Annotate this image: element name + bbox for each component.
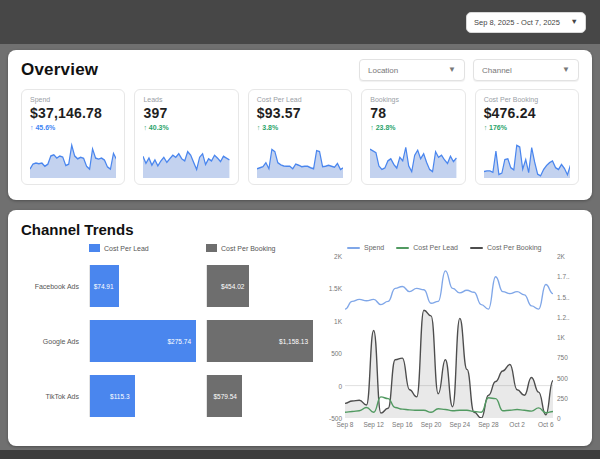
bar-track: $579.54: [206, 375, 313, 417]
bar-track: $1,158.13: [206, 320, 313, 362]
spend-sparkline-chart: [30, 136, 116, 178]
kpi-delta-badge: ↑ 40.3%: [143, 124, 229, 131]
location-dropdown-label: Location: [368, 66, 398, 75]
cost-per-booking-area: [345, 310, 553, 418]
line-chart-plot-area: 2K1.5K1K5000-500 2K1.7..1.5..1.2..1K7505…: [325, 256, 579, 418]
axis-tick-label: 0: [557, 415, 561, 422]
cost-per-booking-sparkline-chart: [484, 136, 570, 178]
axis-tick-label: Sep 28: [478, 421, 499, 428]
kpi-label: Spend: [30, 96, 116, 103]
category-label-google-ads: Google Ads: [21, 338, 79, 345]
kpi-value: $93.57: [257, 105, 343, 121]
bar-cost-per-booking-tiktok[interactable]: $579.54: [207, 375, 242, 417]
page-title: Overview: [21, 60, 98, 80]
bar-value-label: $454.02: [221, 283, 250, 290]
bar-track: $115.3: [89, 375, 196, 417]
axis-tick-label: 1K: [334, 317, 342, 324]
legend-swatch: [89, 244, 100, 252]
overview-section: Overview Location ▼ Channel ▼ Spend $37,…: [8, 50, 592, 200]
axis-tick-label: 1.7..: [557, 273, 570, 280]
kpi-card-row: Spend $37,146.78 ↑ 45.6% Leads 397 ↑ 40.…: [21, 89, 579, 185]
timeseries-chart: [345, 256, 553, 418]
category-label-tiktok-ads: TikTok Ads: [21, 393, 79, 400]
axis-tick-label: 500: [557, 374, 568, 381]
kpi-card-spend: Spend $37,146.78 ↑ 45.6%: [21, 89, 125, 185]
channel-dropdown-label: Channel: [482, 66, 512, 75]
kpi-card-bookings: Bookings 78 ↑ 23.8%: [361, 89, 465, 185]
axis-tick-label: Sep 16: [392, 421, 413, 428]
kpi-label: Cost Per Booking: [484, 96, 570, 103]
bar-value-label: $579.54: [213, 393, 242, 400]
kpi-value: $37,146.78: [30, 105, 116, 121]
legend-label: Cost Per Lead: [413, 244, 458, 251]
legend-label: Cost Per Booking: [487, 244, 541, 251]
axis-tick-label: 1.5..: [557, 293, 570, 300]
axis-tick-label: 2K: [557, 253, 565, 260]
bar-chart-grid: Cost Per Lead Cost Per Booking Facebook …: [21, 244, 313, 417]
kpi-card-leads: Leads 397 ↑ 40.3%: [134, 89, 238, 185]
legend-swatch: [347, 247, 360, 249]
legend-label: Spend: [364, 244, 384, 251]
legend-cost-per-lead: Cost Per Lead: [396, 244, 458, 251]
top-bar: Sep 8, 2025 - Oct 7, 2025 ▼: [0, 0, 600, 44]
bar-value-label: $1,158.13: [279, 338, 313, 345]
legend-swatch: [206, 244, 217, 252]
channel-dropdown[interactable]: Channel ▼: [473, 59, 579, 81]
kpi-delta-badge: ↑ 23.8%: [370, 124, 456, 131]
axis-tick-label: Sep 8: [337, 421, 354, 428]
axis-tick-label: 750: [557, 354, 568, 361]
bar-value-label: $115.3: [110, 393, 134, 400]
chevron-down-icon: ▼: [571, 18, 578, 26]
date-range-label: Sep 8, 2025 - Oct 7, 2025: [474, 18, 560, 27]
kpi-label: Leads: [143, 96, 229, 103]
axis-tick-label: Sep 24: [449, 421, 470, 428]
bar-cost-per-booking-facebook[interactable]: $454.02: [207, 265, 249, 307]
overview-filters: Location ▼ Channel ▼: [359, 59, 579, 81]
kpi-card-cost-per-booking: Cost Per Booking $476.24 ↑ 176%: [475, 89, 579, 185]
category-label-facebook-ads: Facebook Ads: [21, 283, 79, 290]
x-axis: Sep 8Sep 12Sep 16Sep 20Sep 24Sep 28Oct 2…: [345, 421, 553, 433]
line-chart-legend: Spend Cost Per Lead Cost Per Booking: [347, 244, 579, 251]
bar-track: $74.91: [89, 265, 196, 307]
cost-per-lead-sparkline-chart: [257, 136, 343, 178]
legend-label: Cost Per Booking: [221, 245, 275, 252]
kpi-card-cost-per-lead: Cost Per Lead $93.57 ↑ 3.8%: [248, 89, 352, 185]
bar-cost-per-lead-google[interactable]: $275.74: [90, 320, 196, 362]
bar-cost-per-lead-tiktok[interactable]: $115.3: [90, 375, 135, 417]
bar-cost-per-lead-facebook[interactable]: $74.91: [90, 265, 119, 307]
trends-line-chart: Spend Cost Per Lead Cost Per Booking 2K1…: [325, 244, 579, 433]
left-y-axis: 2K1.5K1K5000-500: [325, 256, 345, 418]
bar-cost-per-booking-google[interactable]: $1,158.13: [207, 320, 313, 362]
axis-tick-label: Oct 2: [509, 421, 525, 428]
spend-line: [345, 271, 553, 309]
legend-cost-per-lead: Cost Per Lead: [89, 244, 196, 252]
axis-tick-label: Sep 12: [363, 421, 384, 428]
axis-tick-label: 1K: [557, 334, 565, 341]
bottom-bar: [0, 450, 600, 459]
kpi-value: 78: [370, 105, 456, 121]
dashboard-page: Overview Location ▼ Channel ▼ Spend $37,…: [0, 50, 600, 446]
axis-tick-label: Oct 6: [538, 421, 554, 428]
axis-tick-label: 1.2..: [557, 313, 570, 320]
kpi-delta-badge: ↑ 45.6%: [30, 124, 116, 131]
kpi-value: 397: [143, 105, 229, 121]
overview-header: Overview Location ▼ Channel ▼: [21, 59, 579, 81]
kpi-delta-badge: ↑ 176%: [484, 124, 570, 131]
legend-swatch: [396, 247, 409, 249]
channel-trends-body: Cost Per Lead Cost Per Booking Facebook …: [21, 244, 579, 433]
bar-value-label: $275.74: [168, 338, 197, 345]
axis-tick-label: 250: [557, 394, 568, 401]
channel-bar-charts: Cost Per Lead Cost Per Booking Facebook …: [21, 244, 313, 433]
axis-tick-label: Sep 20: [421, 421, 442, 428]
location-dropdown[interactable]: Location ▼: [359, 59, 465, 81]
legend-spend: Spend: [347, 244, 384, 251]
bar-track: $275.74: [89, 320, 196, 362]
bar-value-label: $74.91: [94, 283, 119, 290]
kpi-value: $476.24: [484, 105, 570, 121]
kpi-delta-badge: ↑ 3.8%: [257, 124, 343, 131]
legend-cost-per-booking: Cost Per Booking: [470, 244, 541, 251]
date-range-selector[interactable]: Sep 8, 2025 - Oct 7, 2025 ▼: [466, 12, 586, 33]
bookings-sparkline-chart: [370, 136, 456, 178]
channel-trends-section: Channel Trends Cost Per Lead Cost Per Bo…: [8, 210, 592, 446]
chevron-down-icon: ▼: [562, 66, 570, 74]
